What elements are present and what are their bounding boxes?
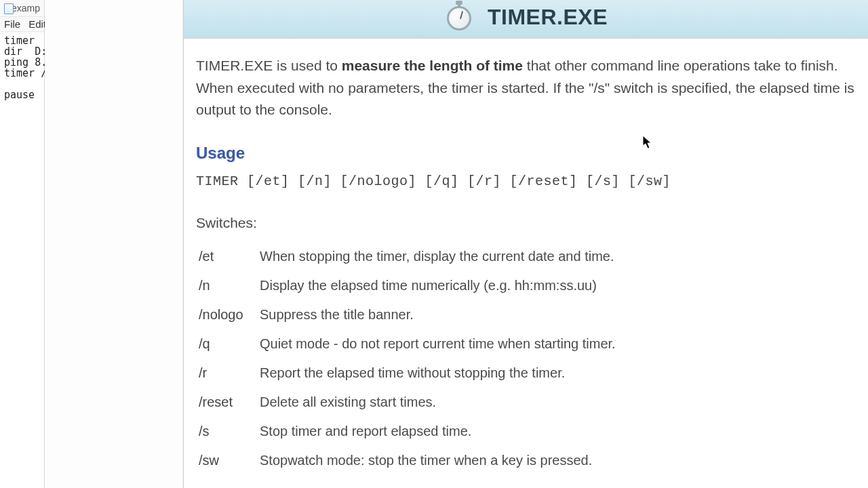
- switch-desc: Delete all existing start times.: [260, 388, 616, 417]
- switch-desc: Report the elapsed time without stopping…: [260, 359, 616, 388]
- switch-desc: Suppress the title banner.: [260, 300, 616, 329]
- doc-header: TIMER.EXE: [184, 0, 868, 39]
- switch-desc: Stopwatch mode: stop the timer when a ke…: [260, 446, 616, 475]
- switches-label: Switches:: [196, 212, 856, 235]
- editor-tab[interactable]: examp: [0, 0, 44, 17]
- background-gap: [45, 0, 184, 488]
- switch-flag: /r: [199, 359, 260, 388]
- intro-prefix: TIMER.EXE is used to: [196, 58, 342, 73]
- switch-row: /resetDelete all existing start times.: [199, 388, 616, 417]
- intro-text: TIMER.EXE is used to measure the length …: [196, 55, 856, 121]
- switch-flag: /s: [199, 417, 260, 446]
- switch-desc: Display the elapsed time numerically (e.…: [260, 271, 616, 300]
- intro-strong: measure the length of time: [342, 58, 523, 73]
- doc-title: TIMER.EXE: [488, 5, 608, 30]
- switch-row: /sStop timer and report elapsed time.: [199, 417, 616, 446]
- editor-header: examp File Edit: [0, 0, 44, 34]
- menu-edit[interactable]: Edit: [28, 18, 46, 30]
- switch-flag: /nologo: [199, 300, 260, 329]
- editor-panel: examp File Edit timer dir D:\t ping 8.8.…: [0, 0, 45, 488]
- switch-flag: /reset: [199, 388, 260, 417]
- switch-flag: /et: [199, 242, 260, 271]
- switch-desc: Quiet mode - do not report current time …: [260, 329, 616, 359]
- editor-content[interactable]: timer dir D:\t ping 8.8. timer /s pause: [0, 34, 44, 102]
- switch-row: /qQuiet mode - do not report current tim…: [199, 329, 616, 359]
- usage-syntax: TIMER [/et] [/n] [/nologo] [/q] [/r] [/r…: [196, 171, 856, 192]
- editor-tab-label: examp: [12, 3, 40, 14]
- switch-flag: /sw: [199, 446, 260, 475]
- doc-page: TIMER.EXE TIMER.EXE is used to measure t…: [184, 0, 868, 488]
- switch-row: /nologoSuppress the title banner.: [199, 300, 616, 329]
- switch-row: /nDisplay the elapsed time numerically (…: [199, 271, 616, 300]
- document-icon: [4, 3, 9, 13]
- usage-heading: Usage: [196, 140, 856, 165]
- switch-row: /etWhen stopping the timer, display the …: [199, 242, 616, 271]
- doc-body: TIMER.EXE is used to measure the length …: [184, 39, 868, 488]
- switch-desc: Stop timer and report elapsed time.: [260, 417, 616, 446]
- switches-table: /etWhen stopping the timer, display the …: [199, 242, 616, 475]
- menu-file[interactable]: File: [4, 18, 20, 30]
- switch-row: /rReport the elapsed time without stoppi…: [199, 359, 616, 388]
- switch-desc: When stopping the timer, display the cur…: [260, 242, 616, 271]
- switch-flag: /q: [199, 329, 260, 359]
- switch-row: /swStopwatch mode: stop the timer when a…: [199, 446, 616, 475]
- switch-flag: /n: [199, 271, 260, 300]
- editor-menubar: File Edit: [0, 17, 44, 32]
- stopwatch-icon: [444, 0, 474, 29]
